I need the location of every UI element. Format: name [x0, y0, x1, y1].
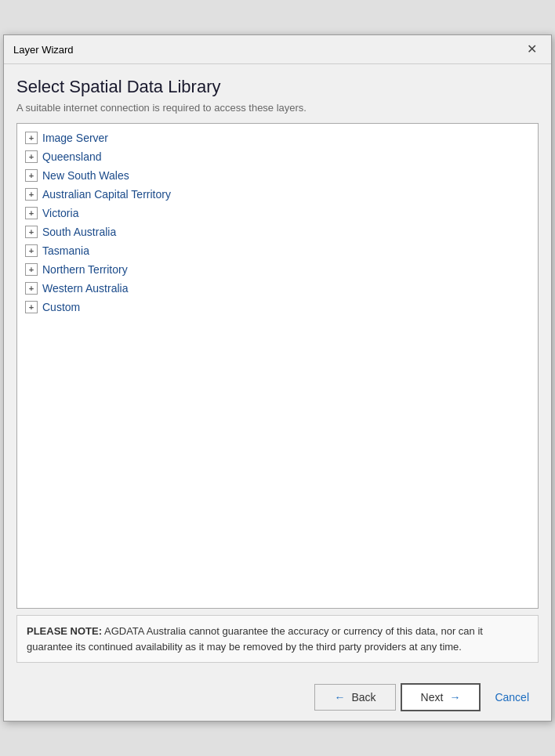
- window-title: Layer Wizard: [13, 44, 74, 56]
- title-bar: Layer Wizard ✕: [4, 35, 551, 64]
- tree-item-australian-capital-territory[interactable]: +Australian Capital Territory: [20, 185, 535, 204]
- tree-item-image-server[interactable]: +Image Server: [20, 128, 535, 147]
- dialog-body: Select Spatial Data Library A suitable i…: [4, 64, 551, 675]
- tree-item-label: Custom: [42, 301, 80, 313]
- tree-item-queensland[interactable]: +Queensland: [20, 147, 535, 166]
- tree-item-western-australia[interactable]: +Western Australia: [20, 279, 535, 298]
- cancel-button[interactable]: Cancel: [485, 685, 539, 710]
- next-button[interactable]: Next →: [401, 683, 481, 711]
- expand-icon[interactable]: +: [25, 169, 38, 182]
- expand-icon[interactable]: +: [25, 282, 38, 295]
- back-label: Back: [351, 691, 375, 704]
- tree-item-label: Tasmania: [42, 244, 89, 257]
- subtitle-text: A suitable internet connection is requir…: [16, 102, 539, 114]
- tree-item-label: New South Wales: [42, 169, 129, 182]
- tree-item-south-australia[interactable]: +South Australia: [20, 222, 535, 241]
- next-label: Next: [421, 691, 444, 704]
- note-heading: PLEASE NOTE:: [27, 625, 102, 637]
- expand-icon[interactable]: +: [25, 263, 38, 276]
- expand-icon[interactable]: +: [25, 301, 38, 313]
- tree-item-custom[interactable]: +Custom: [20, 298, 535, 317]
- expand-icon[interactable]: +: [25, 132, 38, 144]
- tree-item-tasmania[interactable]: +Tasmania: [20, 241, 535, 260]
- tree-item-new-south-wales[interactable]: +New South Wales: [20, 166, 535, 185]
- expand-icon[interactable]: +: [25, 188, 38, 201]
- tree-view[interactable]: +Image Server+Queensland+New South Wales…: [16, 123, 539, 609]
- expand-icon[interactable]: +: [25, 244, 38, 257]
- tree-item-label: Queensland: [42, 150, 102, 163]
- next-arrow-icon: →: [449, 691, 460, 704]
- dialog-footer: ← Back Next → Cancel: [4, 675, 551, 721]
- tree-item-label: Australian Capital Territory: [42, 188, 171, 201]
- tree-item-northern-territory[interactable]: +Northern Territory: [20, 260, 535, 279]
- expand-icon[interactable]: +: [25, 226, 38, 238]
- note-section: PLEASE NOTE: AGDATA Australia cannot gua…: [16, 615, 539, 663]
- tree-item-label: Image Server: [42, 132, 108, 144]
- expand-icon[interactable]: +: [25, 150, 38, 163]
- back-button[interactable]: ← Back: [314, 684, 395, 711]
- layer-wizard-dialog: Layer Wizard ✕ Select Spatial Data Libra…: [3, 34, 552, 722]
- page-title: Select Spatial Data Library: [16, 77, 539, 97]
- tree-item-label: Western Australia: [42, 282, 128, 295]
- tree-item-label: South Australia: [42, 226, 116, 238]
- tree-item-label: Victoria: [42, 207, 78, 219]
- back-arrow-icon: ←: [334, 691, 345, 704]
- close-button[interactable]: ✕: [522, 42, 542, 57]
- tree-item-victoria[interactable]: +Victoria: [20, 204, 535, 222]
- tree-item-label: Northern Territory: [42, 263, 128, 276]
- expand-icon[interactable]: +: [25, 207, 38, 219]
